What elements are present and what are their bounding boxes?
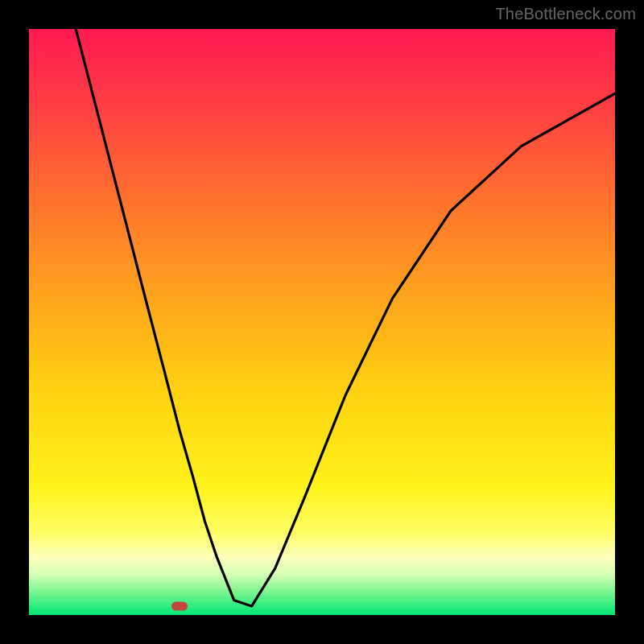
gradient-background xyxy=(29,29,615,615)
optimum-marker xyxy=(171,602,188,611)
attribution-label: TheBottleneck.com xyxy=(495,5,636,23)
chart-svg xyxy=(29,29,615,615)
plot-area xyxy=(29,29,615,615)
chart-frame: TheBottleneck.com xyxy=(0,0,644,644)
